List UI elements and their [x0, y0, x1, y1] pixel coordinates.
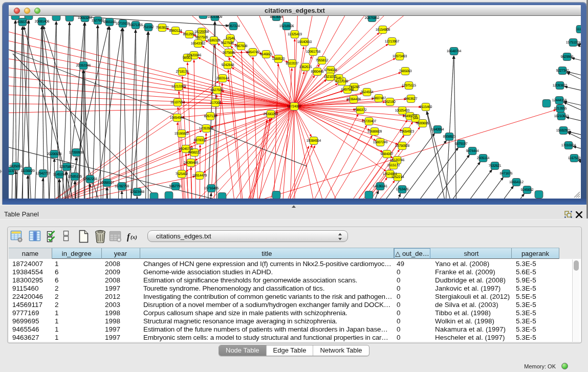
svg-text:25300293: 25300293 [264, 113, 278, 116]
svg-text:16914479: 16914479 [192, 174, 207, 178]
svg-text:1588520: 1588520 [272, 57, 285, 61]
svg-text:2935114: 2935114 [477, 157, 490, 160]
svg-text:16543382: 16543382 [191, 42, 206, 46]
svg-text:18724007: 18724007 [287, 105, 302, 108]
svg-text:9857791: 9857791 [169, 185, 182, 188]
svg-text:10025433: 10025433 [395, 109, 410, 113]
svg-text:20053346: 20053346 [76, 64, 91, 68]
svg-text:19854943: 19854943 [170, 116, 185, 120]
svg-text:7625402: 7625402 [176, 172, 188, 176]
svg-text:8938923: 8938923 [443, 135, 456, 139]
svg-text:16120746: 16120746 [390, 159, 405, 162]
svg-text:7632621: 7632621 [489, 164, 502, 168]
svg-text:19654923: 19654923 [400, 130, 415, 134]
svg-text:20691406: 20691406 [35, 20, 50, 24]
svg-text:10975867: 10975867 [59, 165, 74, 169]
svg-text:10654112: 10654112 [509, 181, 524, 184]
svg-text:1615172: 1615172 [387, 164, 400, 167]
svg-text:7485063: 7485063 [399, 70, 412, 73]
svg-text:8186328: 8186328 [208, 39, 221, 42]
svg-text:8990448: 8990448 [311, 70, 324, 74]
svg-text:16671355: 16671355 [128, 24, 143, 27]
svg-text:17359938: 17359938 [69, 151, 84, 155]
svg-text:751552: 751552 [143, 26, 154, 29]
svg-text:8813054: 8813054 [270, 16, 283, 19]
svg-text:15716485: 15716485 [204, 187, 219, 190]
svg-text:24099489: 24099489 [184, 161, 199, 165]
svg-text:9884067: 9884067 [381, 152, 394, 156]
svg-text:19384554: 19384554 [307, 139, 321, 143]
svg-text:9474444: 9474444 [466, 149, 479, 153]
svg-text:16782759: 16782759 [115, 185, 129, 188]
svg-text:8427552: 8427552 [211, 89, 224, 92]
svg-text:8471676: 8471676 [500, 172, 513, 176]
svg-text:9245652: 9245652 [521, 188, 534, 192]
svg-text:12213967: 12213967 [385, 40, 400, 43]
svg-text:8960124: 8960124 [169, 29, 182, 33]
svg-text:10807487: 10807487 [372, 97, 386, 100]
svg-text:8454749: 8454749 [247, 51, 259, 54]
svg-text:12942737: 12942737 [36, 172, 51, 176]
svg-text:12975115: 12975115 [402, 84, 416, 87]
svg-text:7663822: 7663822 [156, 26, 169, 30]
svg-text:1640954: 1640954 [431, 128, 444, 132]
svg-text:8878332: 8878332 [194, 139, 207, 142]
svg-text:10653267: 10653267 [78, 16, 93, 20]
svg-text:9227342: 9227342 [556, 69, 569, 73]
svg-text:20364436: 20364436 [346, 98, 361, 101]
svg-text:162160: 162160 [384, 100, 396, 104]
svg-text:9827509: 9827509 [195, 36, 208, 39]
svg-text:1167533: 1167533 [568, 157, 581, 160]
svg-text:12923448: 12923448 [130, 190, 145, 194]
svg-text:19756928: 19756928 [395, 144, 410, 148]
svg-text:545: 545 [336, 77, 342, 80]
svg-text:10688609: 10688609 [367, 130, 382, 134]
svg-text:11325419: 11325419 [288, 33, 302, 36]
svg-text:3624554: 3624554 [361, 91, 374, 94]
svg-text:1527602: 1527602 [92, 19, 104, 23]
svg-text:7357224: 7357224 [227, 25, 240, 28]
svg-text:98901: 98901 [183, 56, 192, 60]
svg-text:16107554: 16107554 [170, 101, 185, 104]
svg-text:10973493: 10973493 [393, 55, 407, 58]
svg-text:15720407: 15720407 [362, 120, 377, 123]
svg-text:17016504: 17016504 [561, 144, 576, 147]
svg-text:9835051: 9835051 [10, 165, 23, 168]
svg-text:10958107: 10958107 [100, 181, 115, 185]
svg-text:12093822: 12093822 [553, 84, 568, 87]
svg-text:6879197: 6879197 [455, 142, 468, 146]
svg-text:14136141: 14136141 [373, 185, 388, 188]
svg-text:16033809: 16033809 [208, 16, 223, 19]
svg-text:17957255: 17957255 [83, 178, 98, 181]
svg-text:16154808: 16154808 [376, 28, 390, 32]
svg-text:8267130: 8267130 [204, 115, 217, 118]
svg-text:9777169: 9777169 [336, 80, 349, 83]
svg-text:3675685: 3675685 [223, 51, 235, 55]
svg-text:1362615: 1362615 [299, 65, 312, 69]
svg-text:3911314: 3911314 [9, 169, 17, 173]
svg-text:9463627: 9463627 [405, 97, 418, 101]
svg-text:15692971: 15692971 [556, 129, 571, 133]
svg-text:1621072: 1621072 [324, 75, 337, 79]
svg-text:7986372: 7986372 [354, 108, 367, 112]
svg-text:17546: 17546 [226, 37, 235, 40]
svg-text:15807249: 15807249 [373, 141, 388, 144]
svg-text:12213389: 12213389 [171, 85, 186, 89]
svg-text:1753426: 1753426 [396, 188, 409, 191]
svg-text:20206538: 20206538 [47, 152, 62, 156]
svg-text:9146821: 9146821 [260, 53, 273, 56]
svg-text:15751074: 15751074 [566, 41, 581, 45]
svg-text:6794028: 6794028 [324, 69, 337, 72]
svg-text:19218506: 19218506 [279, 25, 294, 28]
svg-text:10961758: 10961758 [306, 50, 321, 54]
svg-text:9527508: 9527508 [221, 41, 234, 45]
svg-text:14055724: 14055724 [15, 20, 30, 24]
svg-text:8213955: 8213955 [554, 107, 567, 111]
svg-text:12444158: 12444158 [552, 99, 567, 102]
svg-text:1145194: 1145194 [53, 173, 66, 177]
svg-text:317004: 317004 [210, 101, 221, 105]
svg-text:16210643: 16210643 [554, 115, 569, 118]
svg-text:12353594: 12353594 [199, 127, 214, 130]
svg-text:11156829: 11156829 [20, 169, 35, 173]
svg-text:8322037: 8322037 [286, 62, 299, 65]
